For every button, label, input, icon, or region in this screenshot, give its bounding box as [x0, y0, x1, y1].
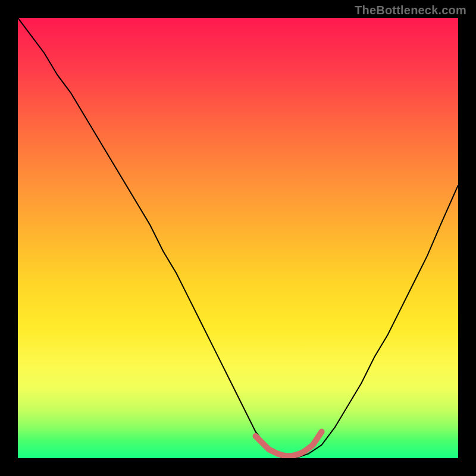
bottleneck-curve — [18, 18, 458, 458]
curve-layer — [18, 18, 458, 458]
chart-frame: TheBottleneck.com — [0, 0, 476, 476]
optimal-range-segment — [256, 432, 322, 456]
plot-area — [18, 18, 458, 458]
watermark-text: TheBottleneck.com — [355, 4, 466, 17]
